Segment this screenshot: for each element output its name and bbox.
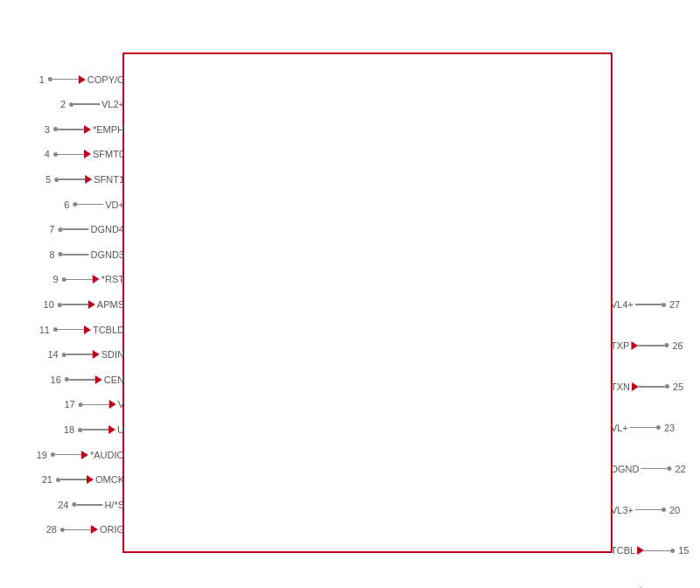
pin-right-15: TCBL15 bbox=[611, 545, 696, 556]
pin-left-16: 16CEN bbox=[44, 374, 124, 385]
pin-left-3: 3*EMPH bbox=[32, 124, 124, 135]
pin-left-19: 19*AUDIO bbox=[30, 450, 124, 460]
pin-left-1: 1COPY/C bbox=[27, 74, 124, 85]
pin-left-2: 2VL2+ bbox=[48, 99, 124, 109]
pin-left-10: 10APMS bbox=[37, 299, 124, 310]
pin-left-17: 17V bbox=[58, 399, 124, 410]
pin-left-14: 14SDIN bbox=[41, 349, 124, 360]
pin-right-22: DGND22 bbox=[611, 464, 692, 474]
pin-left-11: 11TCBLD bbox=[32, 325, 124, 335]
pin-left-5: 5SFNT1 bbox=[33, 174, 124, 185]
chip-diagram: 1COPY/C2VL2+3*EMPH4SFMT05SFNT16VD+7DGND4… bbox=[26, 26, 674, 562]
ic-body: 1COPY/C2VL2+3*EMPH4SFMT05SFNT16VD+7DGND4… bbox=[122, 52, 612, 553]
pin-right-23: VL+23 bbox=[611, 423, 682, 433]
pin-right-26: TXP26 bbox=[611, 340, 690, 351]
pin-left-9: 9*RST bbox=[41, 274, 124, 284]
pin-left-18: 18U bbox=[57, 424, 124, 435]
pin-left-6: 6VD+ bbox=[52, 200, 124, 210]
pin-left-24: 24H/*S bbox=[51, 500, 124, 510]
pin-left-28: 28ORIG bbox=[39, 524, 124, 535]
pin-left-7: 7DGND4 bbox=[37, 224, 124, 234]
pin-left-8: 8DGND3 bbox=[37, 249, 124, 260]
pin-right-25: TXN25 bbox=[611, 382, 690, 392]
pin-left-4: 4SFMT0 bbox=[32, 149, 124, 159]
pin-right-20: VL3+20 bbox=[611, 505, 687, 515]
pin-right-27: VL4+27 bbox=[611, 299, 687, 310]
pin-left-21: 21OMCK bbox=[35, 474, 124, 485]
